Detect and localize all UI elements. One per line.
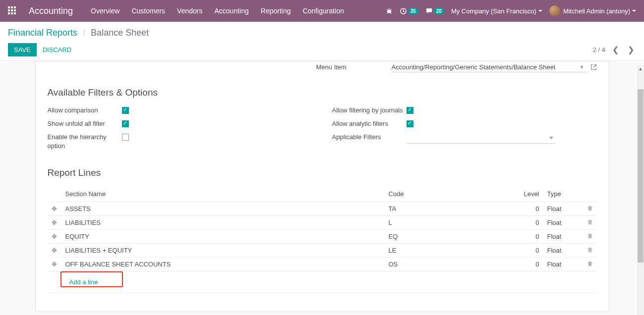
- menu-configuration[interactable]: Configuration: [302, 7, 344, 15]
- row-code: TA: [385, 202, 514, 216]
- avatar: [549, 5, 560, 16]
- filters-heading: Available Filters & Options: [48, 87, 597, 98]
- external-link-icon[interactable]: [590, 64, 597, 72]
- opt-applicable-filters-label: Applicable Filters: [332, 133, 407, 142]
- table-row[interactable]: LIABILITIES + EQUITYLE0Float: [48, 244, 597, 258]
- breadcrumb-separator: /: [83, 28, 85, 38]
- drag-handle-icon[interactable]: [52, 261, 57, 268]
- row-name: LIABILITIES: [61, 216, 385, 230]
- pager-prev-icon[interactable]: ❮: [610, 43, 621, 56]
- options-left-column: Allow comparison Show unfold all filter …: [48, 106, 312, 155]
- delete-row-icon[interactable]: [587, 261, 593, 268]
- delete-row-icon[interactable]: [587, 219, 593, 226]
- col-type: Type: [543, 186, 583, 202]
- table-row[interactable]: OFF BALANCE SHEET ACCOUNTSOS0Float: [48, 258, 597, 271]
- delete-row-icon[interactable]: [587, 247, 593, 254]
- opt-analytic-checkbox[interactable]: [407, 120, 413, 127]
- main-menu: Overview Customers Vendors Accounting Re…: [91, 7, 344, 15]
- opt-applicable-filters-dropdown[interactable]: [407, 134, 555, 144]
- row-level: 0: [514, 230, 543, 244]
- pager-next-icon[interactable]: ❯: [626, 43, 636, 56]
- row-level: 0: [514, 244, 543, 258]
- scroll-up-icon[interactable]: ▲: [637, 65, 644, 72]
- row-code: LE: [385, 244, 514, 258]
- row-level: 0: [514, 258, 543, 271]
- activities-icon[interactable]: 35: [400, 7, 418, 15]
- drag-handle-icon[interactable]: [52, 247, 57, 254]
- activities-badge: 35: [408, 8, 418, 14]
- menu-overview[interactable]: Overview: [91, 7, 119, 15]
- opt-show-unfold-label: Show unfold all filter: [48, 119, 122, 128]
- opt-journals-checkbox[interactable]: [407, 107, 413, 114]
- delete-row-icon[interactable]: [587, 205, 593, 212]
- menu-reporting[interactable]: Reporting: [261, 7, 291, 15]
- discard-button[interactable]: DISCARD: [43, 46, 72, 53]
- row-name: EQUITY: [61, 230, 385, 244]
- apps-icon[interactable]: [8, 6, 17, 15]
- row-level: 0: [514, 216, 543, 230]
- menu-accounting[interactable]: Accounting: [214, 7, 248, 15]
- row-type: Float: [543, 258, 583, 271]
- opt-show-unfold-checkbox[interactable]: [122, 120, 129, 127]
- menu-item-label: Menu Item: [316, 63, 391, 71]
- svg-point-0: [387, 9, 391, 13]
- chevron-down-icon: [632, 10, 636, 12]
- add-line-button[interactable]: Add a line: [65, 274, 102, 290]
- menu-customers[interactable]: Customers: [131, 7, 165, 15]
- row-name: ASSETS: [61, 202, 385, 216]
- top-navbar: Accounting Overview Customers Vendors Ac…: [0, 0, 644, 22]
- row-type: Float: [543, 244, 583, 258]
- row-name: LIABILITIES + EQUITY: [61, 244, 385, 258]
- report-lines-heading: Report Lines: [48, 167, 597, 178]
- menu-vendors[interactable]: Vendors: [177, 7, 202, 15]
- discuss-badge: 20: [434, 8, 444, 14]
- row-name: OFF BALANCE SHEET ACCOUNTS: [61, 258, 385, 271]
- app-brand[interactable]: Accounting: [29, 6, 73, 16]
- col-level: Level: [514, 186, 543, 202]
- breadcrumb: Financial Reports / Balance Sheet: [8, 28, 149, 38]
- table-row[interactable]: ASSETSTA0Float: [48, 202, 597, 216]
- save-button[interactable]: SAVE: [8, 43, 37, 56]
- drag-handle-icon[interactable]: [52, 205, 57, 212]
- options-right-column: Allow filtering by journals Allow analyt…: [332, 106, 597, 155]
- discuss-icon[interactable]: 20: [425, 7, 444, 15]
- menu-item-field[interactable]: Accounting/Reporting/Generic Statements/…: [392, 63, 587, 72]
- row-code: L: [385, 216, 514, 230]
- opt-allow-comparison-label: Allow comparison: [48, 106, 122, 115]
- drag-handle-icon[interactable]: [52, 233, 57, 240]
- opt-hierarchy-checkbox[interactable]: [122, 134, 129, 141]
- opt-allow-comparison-checkbox[interactable]: [122, 107, 129, 114]
- pager: 2 / 4 ❮ ❯: [593, 43, 636, 56]
- user-menu[interactable]: Mitchell Admin (antony): [549, 5, 636, 16]
- form-sheet: Menu Item Accounting/Reporting/Generic S…: [35, 61, 609, 312]
- breadcrumb-parent[interactable]: Financial Reports: [8, 28, 77, 38]
- control-bar: Financial Reports / Balance Sheet SAVE D…: [0, 22, 644, 61]
- row-type: Float: [543, 202, 583, 216]
- company-name: My Company (San Francisco): [451, 7, 536, 15]
- row-code: OS: [385, 258, 514, 271]
- menu-item-value: Accounting/Reporting/Generic Statements/…: [392, 63, 577, 71]
- company-selector[interactable]: My Company (San Francisco): [451, 7, 542, 15]
- opt-hierarchy-label: Enable the hierarchy option: [48, 133, 122, 151]
- table-row[interactable]: LIABILITIESL0Float: [48, 216, 597, 230]
- row-code: EQ: [385, 230, 514, 244]
- row-level: 0: [514, 202, 543, 216]
- row-type: Float: [543, 230, 583, 244]
- opt-journals-label: Allow filtering by journals: [332, 106, 407, 115]
- drag-handle-icon[interactable]: [52, 219, 57, 226]
- report-lines-table: Section Name Code Level Type ASSETSTA0Fl…: [48, 186, 597, 293]
- delete-row-icon[interactable]: [587, 233, 593, 240]
- pager-counter[interactable]: 2 / 4: [593, 46, 605, 53]
- col-section-name: Section Name: [61, 186, 385, 202]
- col-code: Code: [385, 186, 514, 202]
- debug-icon[interactable]: [386, 7, 393, 14]
- user-name: Mitchell Admin (antony): [563, 7, 630, 15]
- breadcrumb-current: Balance Sheet: [91, 28, 149, 38]
- chevron-down-icon: [538, 10, 542, 12]
- table-row[interactable]: EQUITYEQ0Float: [48, 230, 597, 244]
- chevron-down-icon: ▼: [580, 64, 585, 70]
- opt-analytic-label: Allow analytic filters: [332, 119, 407, 128]
- row-type: Float: [543, 216, 583, 230]
- page-scrollbar-thumb[interactable]: [638, 89, 644, 262]
